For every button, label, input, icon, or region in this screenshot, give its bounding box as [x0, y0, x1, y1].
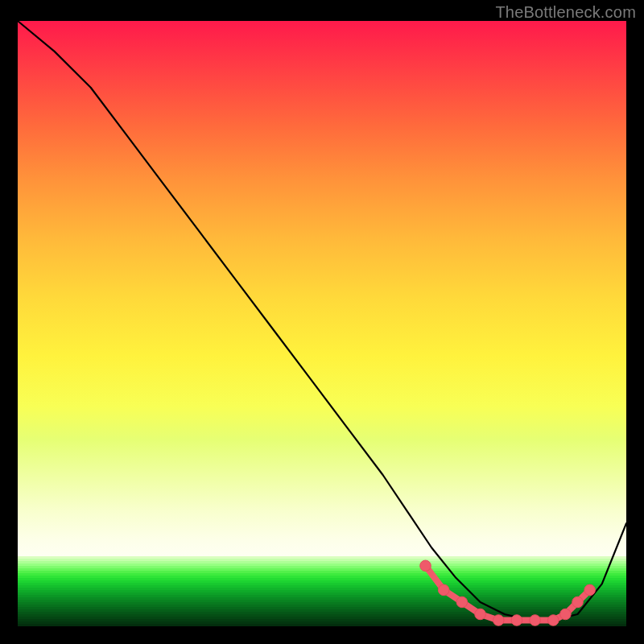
highlight-dot [511, 615, 522, 626]
highlight-dot [456, 597, 468, 608]
highlight-dots [420, 560, 596, 625]
highlight-dot [560, 609, 572, 620]
highlight-dot [584, 584, 596, 596]
chart-frame: TheBottleneck.com [0, 0, 644, 644]
watermark-text: TheBottleneck.com [495, 3, 636, 22]
plot-area [18, 21, 626, 626]
bottleneck-curve [18, 21, 626, 620]
highlight-dot [493, 615, 504, 626]
curve-layer [18, 21, 626, 626]
highlight-dot [475, 609, 486, 620]
highlight-dot [438, 584, 449, 596]
highlight-dot [572, 597, 584, 608]
highlight-dot [547, 615, 559, 626]
highlight-dot [530, 615, 541, 626]
highlight-dot [420, 560, 431, 572]
